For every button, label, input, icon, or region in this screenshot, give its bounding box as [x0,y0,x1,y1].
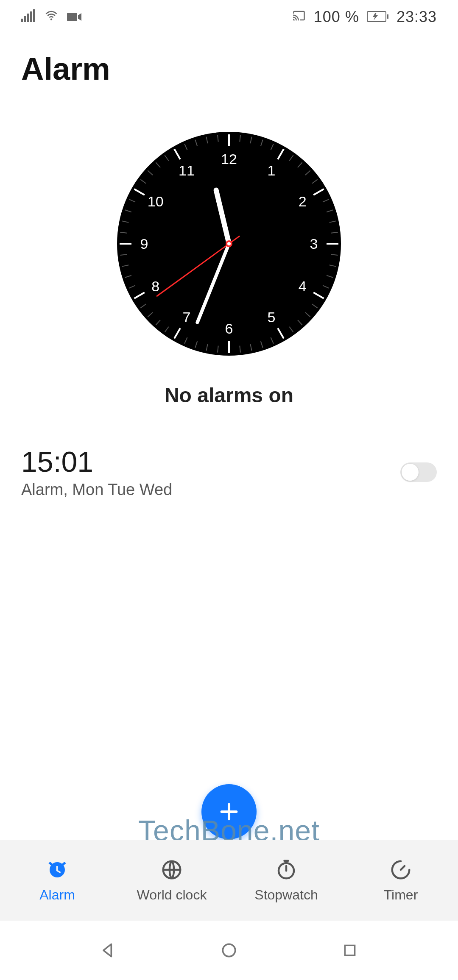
status-clock: 23:33 [397,8,437,26]
tab-alarm[interactable]: Alarm [0,840,114,921]
svg-point-5 [50,19,53,21]
svg-rect-0 [21,19,23,22]
alarm-time: 15:01 [21,445,172,478]
clock-numeral: 10 [148,193,164,210]
clock-numeral: 7 [183,309,191,326]
page-header: Alarm [0,34,458,95]
system-nav-bar [0,921,458,980]
alarm-icon [46,858,69,881]
signal-icon [21,8,36,26]
clock-numeral: 11 [179,162,195,178]
alarm-status-text: No alarms on [0,371,458,432]
svg-point-74 [227,242,231,245]
svg-rect-3 [30,11,32,22]
tab-label: Timer [384,887,418,903]
cast-icon [292,8,306,26]
svg-rect-8 [387,14,388,19]
wifi-icon [43,8,59,26]
svg-line-80 [401,866,405,870]
camera-icon [67,8,82,26]
recent-apps-button[interactable] [337,938,363,963]
clock-numeral: 4 [299,278,307,295]
svg-point-81 [223,944,235,956]
add-alarm-button[interactable] [201,784,257,839]
clock-numeral: 2 [299,193,307,210]
alarm-list: 15:01 Alarm, Mon Tue Wed [0,432,458,512]
analog-clock-container: 121234567891011 [0,95,458,371]
plus-icon [218,801,240,823]
svg-rect-1 [24,16,26,22]
tab-world-clock[interactable]: World clock [114,840,229,921]
page-title: Alarm [21,51,437,87]
svg-rect-82 [345,945,355,955]
globe-icon [160,858,183,881]
battery-percent: 100 % [314,8,359,26]
svg-rect-6 [67,13,77,21]
clock-numeral: 3 [310,236,318,252]
tab-label: Alarm [39,887,75,903]
home-button[interactable] [216,938,242,963]
status-bar: 100 % 23:33 [0,0,458,34]
alarm-row[interactable]: 15:01 Alarm, Mon Tue Wed [21,445,437,499]
alarm-toggle[interactable] [400,462,437,482]
clock-numeral: 6 [225,320,233,337]
clock-numeral: 8 [151,278,159,295]
clock-numeral: 1 [268,162,276,178]
analog-clock: 121234567891011 [114,129,344,358]
back-button[interactable] [95,938,121,963]
timer-icon [389,858,412,881]
clock-numeral: 5 [268,309,276,326]
tab-stopwatch[interactable]: Stopwatch [229,840,344,921]
svg-rect-2 [27,14,29,22]
clock-numeral: 9 [140,236,148,252]
svg-rect-4 [33,9,35,22]
clock-numeral: 12 [221,151,237,167]
tab-timer[interactable]: Timer [344,840,458,921]
alarm-subtitle: Alarm, Mon Tue Wed [21,481,172,499]
tab-label: World clock [137,887,207,903]
battery-icon [367,8,389,26]
tab-label: Stopwatch [254,887,318,903]
tab-bar: Alarm World clock Stopwatch Timer [0,840,458,921]
stopwatch-icon [275,858,298,881]
